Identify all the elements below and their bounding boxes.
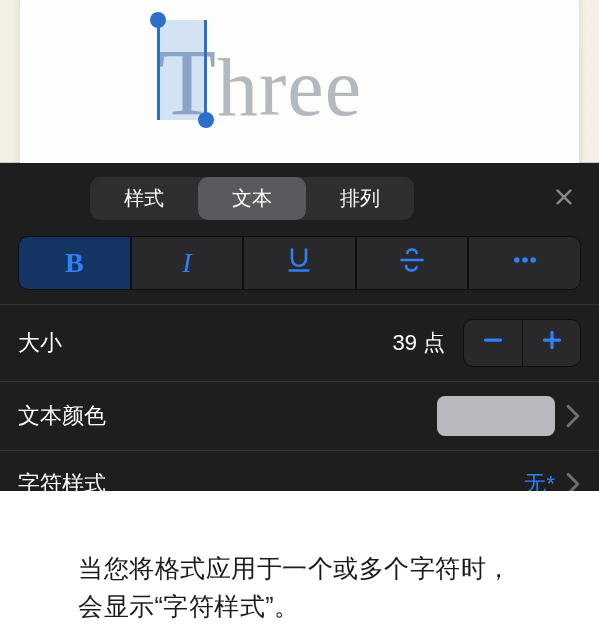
document-canvas[interactable]: Three <box>0 0 599 163</box>
underline-button[interactable] <box>243 236 356 290</box>
text-color-row[interactable]: 文本颜色 <box>0 381 599 450</box>
bold-button[interactable]: B <box>18 236 131 290</box>
strikethrough-button[interactable] <box>356 236 469 290</box>
plus-icon <box>539 327 565 359</box>
panel-header-row: 样式 文本 排列 <box>0 163 599 236</box>
svg-point-6 <box>530 257 536 263</box>
strikethrough-icon <box>398 246 426 281</box>
close-panel-button[interactable] <box>547 182 581 216</box>
more-text-options-button[interactable] <box>468 236 581 290</box>
caption-line2: 会显示“字符样式”。 <box>78 588 512 626</box>
text-color-swatch[interactable] <box>437 396 555 436</box>
text-selection-highlight[interactable] <box>158 20 206 120</box>
tab-text[interactable]: 文本 <box>198 177 306 220</box>
selection-handle-end[interactable] <box>198 112 214 128</box>
caption-line1: 当您将格式应用于一个或多个字符时， <box>78 550 512 588</box>
italic-button[interactable]: I <box>131 236 244 290</box>
bold-icon: B <box>65 247 84 279</box>
close-icon <box>553 186 575 212</box>
size-label: 大小 <box>18 328 62 358</box>
size-value: 39 点 <box>392 328 445 358</box>
svg-point-4 <box>514 257 520 263</box>
panel-tabs: 样式 文本 排列 <box>90 177 414 220</box>
size-increase-button[interactable] <box>522 320 580 366</box>
more-icon <box>511 246 539 281</box>
minus-icon <box>480 327 506 359</box>
format-panel: 样式 文本 排列 B I <box>0 163 599 516</box>
size-row: 大小 39 点 <box>0 304 599 381</box>
caption-text: 当您将格式应用于一个或多个字符时， 会显示“字符样式”。 <box>78 550 512 625</box>
size-decrease-button[interactable] <box>464 320 522 366</box>
size-stepper <box>463 319 581 367</box>
underline-icon <box>285 246 313 281</box>
tab-style[interactable]: 样式 <box>90 177 198 220</box>
sample-text-rest: hree <box>217 42 362 133</box>
svg-point-5 <box>522 257 528 263</box>
text-color-label: 文本颜色 <box>18 401 106 431</box>
italic-icon: I <box>182 247 191 279</box>
selection-handle-start[interactable] <box>150 12 166 28</box>
tab-arrange[interactable]: 排列 <box>306 177 414 220</box>
text-style-toolbar: B I <box>0 236 599 304</box>
chevron-right-icon <box>565 404 581 428</box>
